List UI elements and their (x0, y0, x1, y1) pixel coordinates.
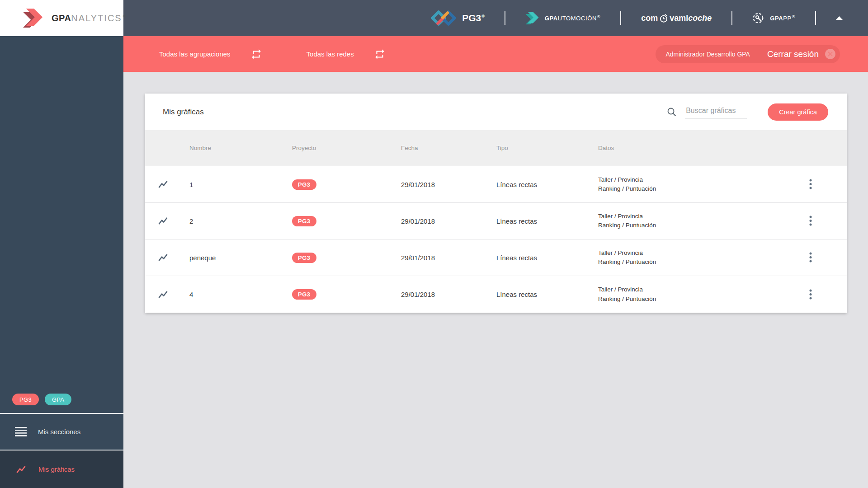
card-header-actions: Crear gráfica (666, 103, 828, 121)
cell-proyecto: PG3 (283, 253, 392, 263)
table-row[interactable]: 1 PG3 29/01/2018 Líneas rectas Taller / … (145, 166, 847, 203)
sidebar: PG3 GPA Mis secciones Mis grá (0, 36, 123, 488)
cell-proyecto: PG3 (283, 216, 392, 226)
datos-line-1: Taller / Provincia (598, 212, 774, 221)
header-cell-nombre: Nombre (180, 145, 283, 151)
cell-tipo: Líneas rectas (487, 217, 589, 225)
repeat-icon[interactable] (374, 48, 386, 60)
row-chart-icon (145, 252, 180, 263)
header-cell-tipo: Tipo (487, 145, 589, 151)
sidebar-item-mis-secciones[interactable]: Mis secciones (0, 414, 123, 450)
cell-datos: Taller / Provincia Ranking / Puntuación (589, 212, 774, 230)
cell-datos: Taller / Provincia Ranking / Puntuación (589, 175, 774, 194)
pg3-infinity-icon (430, 9, 457, 27)
sidebar-item-label: Mis secciones (38, 428, 80, 436)
create-chart-button[interactable]: Crear gráfica (768, 103, 828, 121)
header-cell-proyecto: Proyecto (283, 145, 392, 151)
gpa-badge[interactable]: GPA (45, 394, 71, 405)
datos-line-2: Ranking / Puntuación (598, 184, 774, 193)
table-header: Nombre Proyecto Fecha Tipo Datos (145, 130, 847, 166)
gpautomocion-label: GPAUTOMOCIÓN® (545, 14, 600, 22)
gpanalytics-logo-icon (23, 8, 44, 28)
cell-proyecto: PG3 (283, 179, 392, 190)
main-content: Mis gráficas Crear gráfica Nombre Proyec… (123, 72, 868, 488)
topbar-separator (620, 11, 621, 25)
list-icon (15, 427, 27, 436)
row-chart-icon (145, 289, 180, 300)
search-input[interactable] (685, 106, 747, 118)
brand-gpapp[interactable]: GPAPP® (752, 12, 795, 24)
networks-label: Todas las redes (307, 50, 354, 58)
kebab-menu-icon[interactable] (807, 176, 815, 192)
search-icon[interactable] (666, 107, 677, 117)
project-badge: PG3 (292, 253, 316, 263)
networks-filter[interactable]: Todas las redes (307, 48, 386, 60)
kebab-menu-icon[interactable] (807, 213, 815, 229)
datos-line-1: Taller / Provincia (598, 285, 774, 294)
cell-datos: Taller / Provincia Ranking / Puntuación (589, 249, 774, 267)
table-row[interactable]: peneque PG3 29/01/2018 Líneas rectas Tal… (145, 239, 847, 276)
cell-actions (774, 286, 847, 303)
brand-compravamicoche[interactable]: com vamicoche (641, 13, 712, 23)
gpanalytics-logo[interactable]: GPANALYTICS® (0, 0, 123, 36)
sidebar-badges: PG3 GPA (0, 394, 123, 413)
logout-button[interactable]: Cerrar sesión (767, 48, 836, 60)
gpapp-tool-icon (752, 12, 765, 24)
brand-pg3[interactable]: PG3® (430, 9, 485, 27)
cell-nombre: 1 (180, 181, 283, 188)
cell-nombre: 4 (180, 291, 283, 298)
gpautomocion-arrow-icon (525, 11, 540, 25)
card-header: Mis gráficas Crear gráfica (145, 94, 847, 130)
clock-icon (659, 13, 668, 23)
project-badge: PG3 (292, 179, 316, 190)
cell-tipo: Líneas rectas (487, 181, 589, 188)
header-cell-fecha: Fecha (392, 145, 487, 151)
logout-label: Cerrar sesión (767, 49, 819, 59)
filter-bar: Todas las agrupaciones Todas las redes A… (123, 36, 868, 72)
row-chart-icon (145, 216, 180, 226)
repeat-icon[interactable] (250, 48, 262, 60)
brand-gpautomocion[interactable]: GPAUTOMOCIÓN® (525, 11, 600, 25)
datos-line-1: Taller / Provincia (598, 175, 774, 184)
topbar-separator (731, 11, 732, 25)
user-name: Administrador Desarrollo GPA (665, 51, 750, 58)
datos-line-1: Taller / Provincia (598, 249, 774, 258)
cell-actions (774, 176, 847, 192)
kebab-menu-icon[interactable] (807, 286, 815, 303)
sidebar-item-label: Mis gráficas (38, 465, 75, 473)
cell-tipo: Líneas rectas (487, 254, 589, 262)
cell-fecha: 29/01/2018 (392, 217, 487, 225)
session-pill: Administrador Desarrollo GPA Cerrar sesi… (656, 45, 840, 63)
collapse-arrow-icon[interactable] (836, 16, 843, 20)
sidebar-item-mis-graficas[interactable]: Mis gráficas (0, 450, 123, 488)
cell-datos: Taller / Provincia Ranking / Puntuación (589, 285, 774, 304)
groupings-label: Todas las agrupaciones (159, 50, 231, 58)
table-row[interactable]: 4 PG3 29/01/2018 Líneas rectas Taller / … (145, 276, 847, 313)
pg3-label: PG3® (462, 13, 485, 23)
topbar-separator (815, 11, 816, 25)
gpapp-label: GPAPP® (770, 14, 795, 22)
cell-nombre: 2 (180, 217, 283, 225)
cell-fecha: 29/01/2018 (392, 254, 487, 262)
top-app-bar: PG3® GPAUTOMOCIÓN® com vamicoche (123, 0, 868, 36)
project-badge: PG3 (292, 289, 316, 300)
cell-proyecto: PG3 (283, 289, 392, 300)
cell-actions (774, 249, 847, 266)
compravamicoche-label: vamicoche (670, 14, 712, 23)
row-chart-icon (145, 179, 180, 190)
cell-nombre: peneque (180, 254, 283, 262)
groupings-filter[interactable]: Todas las agrupaciones (159, 48, 262, 60)
datos-line-2: Ranking / Puntuación (598, 221, 774, 230)
gpanalytics-logo-text: GPANALYTICS® (52, 13, 126, 23)
table-row[interactable]: 2 PG3 29/01/2018 Líneas rectas Taller / … (145, 203, 847, 239)
close-icon[interactable] (825, 48, 836, 60)
table-body: 1 PG3 29/01/2018 Líneas rectas Taller / … (145, 166, 847, 313)
cell-actions (774, 213, 847, 229)
chart-line-icon (15, 464, 27, 475)
pg3-badge[interactable]: PG3 (12, 394, 39, 405)
cell-fecha: 29/01/2018 (392, 291, 487, 298)
compravamicoche-prefix: com (641, 14, 658, 23)
cell-fecha: 29/01/2018 (392, 181, 487, 188)
kebab-menu-icon[interactable] (807, 249, 815, 266)
datos-line-2: Ranking / Puntuación (598, 258, 774, 267)
